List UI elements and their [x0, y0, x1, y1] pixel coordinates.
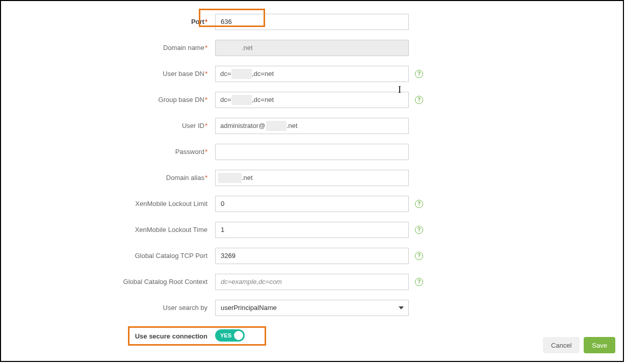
- row-domain-alias: Domain alias* .net: [1, 165, 623, 191]
- settings-form-page: Port* Domain name* .net User base DN* dc…: [0, 0, 624, 362]
- label-domain-name: Domain name*: [1, 44, 215, 51]
- user-id-prefix: administrator@: [220, 122, 265, 129]
- toggle-text: YES: [220, 332, 231, 339]
- help-icon[interactable]: ?: [415, 278, 423, 286]
- user-id-suffix: .net: [286, 122, 298, 129]
- help-icon[interactable]: ?: [415, 252, 423, 260]
- required-asterisk: *: [205, 174, 207, 181]
- user-search-by-select[interactable]: userPrincipalName: [215, 300, 409, 316]
- user-base-dn-suffix: ,dc=net: [252, 70, 274, 77]
- help-icon[interactable]: ?: [415, 70, 423, 78]
- row-use-secure: Use secure connection YES: [1, 321, 623, 351]
- required-asterisk: *: [205, 44, 207, 51]
- group-base-dn-suffix: ,dc=net: [252, 96, 274, 103]
- label-lockout-time: XenMobile Lockout Time: [1, 226, 215, 233]
- lockout-limit-input[interactable]: [215, 196, 409, 212]
- footer-buttons: Cancel Save: [543, 337, 615, 353]
- save-button[interactable]: Save: [584, 337, 615, 353]
- row-group-base-dn: Group base DN* dc= ,dc=net ?: [1, 87, 623, 113]
- row-port: Port*: [1, 9, 623, 35]
- use-secure-toggle[interactable]: YES: [215, 329, 245, 342]
- password-input[interactable]: [215, 144, 409, 160]
- required-asterisk: *: [205, 148, 207, 155]
- row-gc-root-context: Global Catalog Root Context ?: [1, 269, 623, 295]
- domain-alias-suffix: .net: [242, 174, 253, 181]
- row-user-base-dn: User base DN* dc= ,dc=net ?: [1, 61, 623, 87]
- label-domain-alias: Domain alias*: [1, 174, 215, 181]
- required-asterisk: *: [205, 18, 207, 25]
- group-base-dn-prefix: dc=: [220, 96, 231, 103]
- row-user-search-by: User search by userPrincipalName: [1, 295, 623, 321]
- label-user-id: User ID*: [1, 122, 215, 129]
- help-icon[interactable]: ?: [415, 96, 423, 104]
- gc-tcp-port-input[interactable]: [215, 248, 409, 264]
- user-base-dn-prefix: dc=: [220, 70, 231, 77]
- row-lockout-time: XenMobile Lockout Time ?: [1, 217, 623, 243]
- label-gc-root-context: Global Catalog Root Context: [1, 278, 215, 285]
- row-lockout-limit: XenMobile Lockout Limit ?: [1, 191, 623, 217]
- label-use-secure: Use secure connection: [1, 332, 215, 340]
- required-asterisk: *: [205, 96, 207, 103]
- row-domain-name: Domain name* .net: [1, 35, 623, 61]
- help-icon[interactable]: ?: [415, 226, 423, 234]
- label-group-base-dn: Group base DN*: [1, 96, 215, 103]
- required-asterisk: *: [205, 122, 207, 129]
- lockout-time-input[interactable]: [215, 222, 409, 238]
- port-input[interactable]: [215, 14, 409, 30]
- gc-root-context-input[interactable]: [215, 274, 409, 290]
- row-gc-tcp-port: Global Catalog TCP Port ?: [1, 243, 623, 269]
- toggle-knob: [234, 331, 243, 340]
- label-lockout-limit: XenMobile Lockout Limit: [1, 200, 215, 207]
- label-user-base-dn: User base DN*: [1, 70, 215, 77]
- label-user-search-by: User search by: [1, 304, 215, 311]
- row-user-id: User ID* administrator@ .net: [1, 113, 623, 139]
- label-gc-tcp-port: Global Catalog TCP Port: [1, 252, 215, 259]
- label-port: Port*: [1, 18, 215, 25]
- required-asterisk: *: [205, 70, 207, 77]
- help-icon[interactable]: ?: [415, 200, 423, 208]
- label-password: Password*: [1, 148, 215, 155]
- ldap-form: Port* Domain name* .net User base DN* dc…: [1, 9, 623, 351]
- caret-down-icon: [399, 306, 404, 309]
- cancel-button[interactable]: Cancel: [543, 337, 580, 353]
- domain-name-suffix: .net: [242, 44, 253, 51]
- row-password: Password*: [1, 139, 623, 165]
